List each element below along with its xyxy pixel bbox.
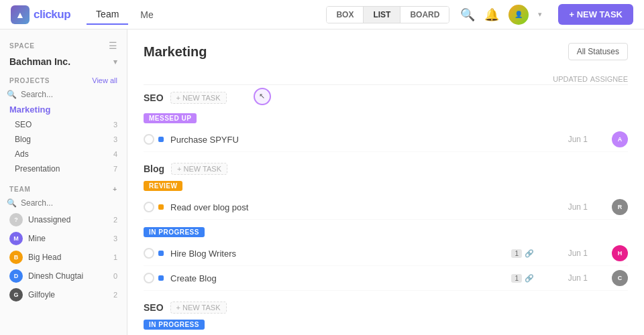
section-blog: Blog + NEW TASK REVIEW Read over blog po… [144, 163, 628, 291]
task-row[interactable]: Read over blog post Jun 1 R [144, 195, 628, 220]
task-name: Read over blog post [170, 202, 534, 212]
section-header-seo-2: SEO + NEW TASK [144, 302, 628, 314]
task-assignee: R [588, 199, 628, 215]
main-content: Marketing All Statuses UPDATED ASSIGNEE … [127, 29, 644, 335]
section-header-seo-1: SEO + NEW TASK ↖ [144, 88, 628, 107]
section-title-seo-1: SEO [144, 92, 164, 103]
sidebar-item-seo[interactable]: SEO 3 [0, 117, 127, 132]
team-section-label: TEAM [9, 186, 31, 193]
notification-icon[interactable]: 🔔 [484, 7, 499, 22]
team-header: TEAM + [0, 183, 127, 196]
task-row[interactable]: Purchase SPYFU Jun 1 A [144, 127, 628, 152]
team-add-icon[interactable]: + [113, 186, 117, 193]
task-updated: Jun 1 [534, 249, 588, 258]
avatar-chevron[interactable]: ▾ [538, 10, 542, 19]
header-assignee: ASSIGNEE [588, 75, 628, 83]
new-task-button[interactable]: + NEW TASK [558, 4, 633, 25]
new-task-seo-2-button[interactable]: + NEW TASK [170, 302, 227, 314]
task-updated: Jun 1 [534, 135, 588, 144]
task-dot [158, 275, 164, 281]
projects-header: PROJECTS View all [0, 74, 127, 87]
task-dot [158, 137, 164, 142]
view-tabs: BOX LIST BOARD [326, 6, 449, 23]
main-header: Marketing All Statuses [144, 43, 628, 60]
sidebar-item-presentation[interactable]: Presentation 7 [0, 161, 127, 176]
assignee-avatar: H [612, 245, 628, 261]
new-task-blog-button[interactable]: + NEW TASK [171, 163, 227, 175]
sidebar-collapse-icon[interactable]: ☰ [109, 40, 117, 51]
header-updated: UPDATED [534, 75, 588, 83]
projects-search[interactable]: 🔍 [0, 87, 127, 102]
new-task-seo-1-button[interactable]: + NEW TASK [170, 92, 227, 104]
logo-icon: ▲ [11, 5, 30, 24]
view-all-link[interactable]: View all [92, 76, 117, 84]
team-search-icon: 🔍 [7, 198, 17, 208]
task-name: Hire Blog Writers [170, 249, 507, 259]
assignee-avatar: C [612, 270, 628, 286]
space-chevron[interactable]: ▾ [113, 58, 117, 66]
search-icon-sidebar: 🔍 [7, 90, 17, 99]
badge-in-progress-seo2: IN PROGRESS [144, 320, 205, 330]
space-name[interactable]: Bachman Inc. ▾ [0, 54, 127, 74]
sidebar: SPACE ☰ Bachman Inc. ▾ PROJECTS View all… [0, 29, 127, 335]
team-member-unassigned[interactable]: ? Unassigned 2 [0, 210, 127, 229]
header-name [144, 75, 534, 83]
sidebar-item-blog[interactable]: Blog 3 [0, 132, 127, 147]
main-layout: SPACE ☰ Bachman Inc. ▾ PROJECTS View all… [0, 29, 644, 335]
sidebar-item-ads[interactable]: Ads 4 [0, 147, 127, 161]
view-tab-box[interactable]: BOX [327, 7, 364, 23]
assignee-avatar: A [612, 131, 628, 147]
mine-avatar: M [9, 232, 23, 245]
team-search-input[interactable] [21, 198, 120, 208]
task-icons: 1 🔗 [511, 249, 534, 258]
task-updated: Jun 1 [534, 273, 588, 283]
all-statuses-button[interactable]: All Statuses [568, 43, 628, 60]
task-icon-count: 1 [511, 249, 522, 258]
task-icons: 1 🔗 [511, 274, 534, 283]
task-assignee: A [588, 131, 628, 147]
projects-search-input[interactable] [21, 90, 120, 99]
task-row[interactable]: Hire Blog Writers 1 🔗 Jun 1 H [144, 241, 628, 266]
cursor-indicator: ↖ [259, 92, 265, 100]
task-row[interactable]: Create Blog 1 🔗 Jun 1 C [144, 266, 628, 291]
section-title-blog: Blog [144, 163, 164, 174]
nav-tabs: Team Me [87, 5, 163, 25]
nav-tab-me[interactable]: Me [131, 5, 162, 24]
task-assignee: C [588, 270, 628, 286]
gilfoyle-avatar: G [9, 288, 23, 302]
topnav-icon-group: 🔍 🔔 👤 ▾ [460, 5, 542, 25]
task-circle [144, 248, 154, 259]
section-title-seo-2: SEO [144, 302, 164, 313]
task-dot [158, 251, 164, 256]
badge-messed-up: MESSED UP [144, 113, 197, 123]
nav-tab-team[interactable]: Team [87, 5, 128, 25]
task-circle [144, 202, 154, 212]
view-tab-list[interactable]: LIST [364, 7, 400, 23]
team-member-gilfoyle[interactable]: G Gilfoyle 2 [0, 285, 127, 304]
badge-review: REVIEW [144, 181, 182, 191]
user-avatar[interactable]: 👤 [508, 5, 529, 25]
search-icon[interactable]: 🔍 [460, 7, 475, 22]
team-member-mine[interactable]: M Mine 3 [0, 229, 127, 248]
table-header: UPDATED ASSIGNEE [144, 74, 628, 85]
task-name: Create Blog [170, 273, 507, 283]
task-updated: Jun 1 [534, 202, 588, 212]
badge-in-progress-blog: IN PROGRESS [144, 227, 205, 237]
logo[interactable]: ▲ clickup [11, 5, 70, 24]
task-circle [144, 273, 154, 283]
task-assignee: H [588, 245, 628, 261]
section-header-blog: Blog + NEW TASK [144, 163, 628, 175]
projects-label: PROJECTS [9, 77, 50, 84]
team-member-dinesh[interactable]: D Dinesh Chugtai 0 [0, 267, 127, 285]
main-title: Marketing [144, 44, 207, 60]
dinesh-avatar: D [9, 269, 23, 283]
team-member-bighead[interactable]: B Big Head 1 [0, 248, 127, 267]
logo-text: clickup [34, 8, 70, 21]
team-search[interactable]: 🔍 [0, 196, 127, 210]
assignee-avatar: R [612, 199, 628, 215]
view-tab-board[interactable]: BOARD [400, 7, 449, 23]
section-seo-1: SEO + NEW TASK ↖ MESSED UP Purchase SPYF… [144, 88, 628, 152]
task-icon-count: 1 [511, 274, 522, 283]
active-project[interactable]: Marketing [0, 102, 127, 117]
bighead-avatar: B [9, 251, 23, 264]
